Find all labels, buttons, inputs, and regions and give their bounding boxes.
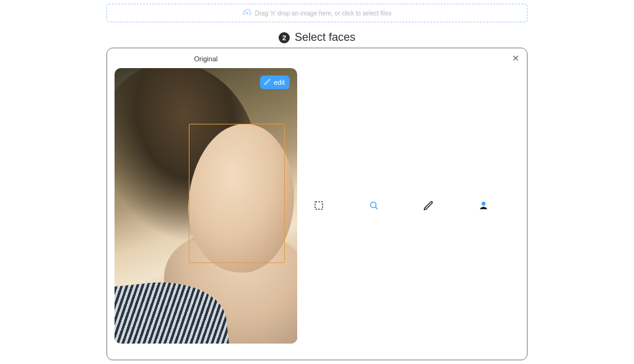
select-tool-button[interactable] [311,199,326,214]
image-preview: edit [115,68,297,344]
pencil-icon [264,78,271,87]
pencil-icon [423,200,434,213]
step-header: 2 Select faces [0,31,634,44]
step-number-badge: 2 [279,32,290,43]
svg-point-2 [482,201,485,205]
search-icon [368,200,380,213]
step-number: 2 [282,34,286,41]
person-tool-button[interactable] [476,199,491,214]
close-button[interactable]: ✕ [511,53,521,63]
right-toolbar [311,197,491,215]
dropzone-text: Drag 'n' drop an image here, or click to… [255,10,392,17]
edit-button[interactable]: edit [260,76,290,89]
close-icon: ✕ [512,53,519,63]
tab-label: Original [194,55,218,63]
svg-rect-0 [315,202,323,209]
svg-point-1 [370,202,376,207]
step-title: Select faces [295,31,355,44]
dropzone[interactable]: Drag 'n' drop an image here, or click to… [106,4,528,22]
main-panel: ✕ Original edit [106,48,528,360]
upload-cloud-icon [243,8,251,18]
draw-tool-button[interactable] [421,199,436,214]
selection-box-icon [313,200,324,213]
search-tool-button[interactable] [367,199,381,214]
edit-button-label: edit [274,79,285,86]
person-icon [478,200,489,213]
tab-original[interactable]: Original [115,52,297,66]
